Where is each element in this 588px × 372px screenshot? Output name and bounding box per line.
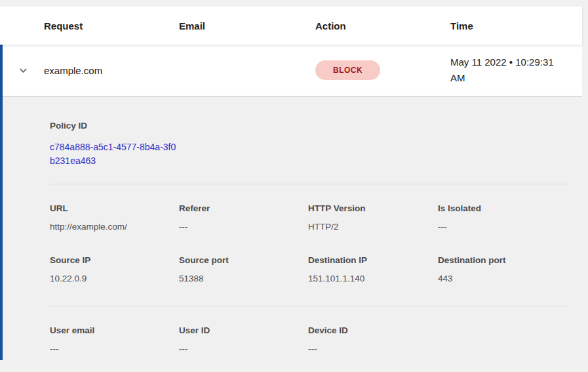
status-badge-block: BLOCK	[315, 60, 380, 80]
field-destination-port-value: 443	[438, 274, 568, 283]
field-source-ip-label: Source IP	[50, 255, 179, 265]
field-is-isolated-value: ---	[438, 222, 568, 232]
field-destination-ip: Destination IP 151.101.1.140	[308, 255, 438, 283]
field-http-version-label: HTTP Version	[308, 203, 438, 213]
section-divider	[50, 184, 568, 184]
field-source-port-label: Source port	[179, 255, 308, 265]
chevron-down-icon	[18, 65, 29, 76]
detail-row-http: URL http://example.com/ Referer --- HTTP…	[50, 203, 568, 232]
policy-id-link[interactable]: c784a888-a5c1-4577-8b4a-3f0b231ea463	[50, 140, 181, 168]
field-referer: Referer ---	[179, 203, 308, 232]
field-is-isolated: Is Isolated ---	[438, 203, 568, 232]
field-source-port-value: 51388	[179, 274, 308, 283]
field-is-isolated-label: Is Isolated	[438, 203, 568, 213]
field-source-ip-value: 10.22.0.9	[50, 274, 179, 283]
field-device-id: Device ID ---	[308, 325, 438, 354]
field-destination-ip-label: Destination IP	[308, 255, 438, 265]
column-header-time: Time	[450, 20, 582, 31]
field-source-ip: Source IP 10.22.0.9	[50, 255, 179, 283]
field-http-version: HTTP Version HTTP/2	[308, 203, 438, 232]
field-destination-port-label: Destination port	[438, 255, 568, 265]
field-url-label: URL	[50, 203, 179, 213]
policy-id-field: Policy ID c784a888-a5c1-4577-8b4a-3f0b23…	[50, 121, 568, 168]
expanded-row-container: example.com BLOCK May 11 2022 • 10:29:31…	[0, 45, 582, 360]
column-header-request: Request	[44, 20, 179, 31]
column-header-email: Email	[179, 20, 315, 31]
row-action-cell: BLOCK	[315, 60, 450, 80]
column-header-action: Action	[315, 20, 450, 31]
field-device-id-label: Device ID	[308, 325, 438, 335]
row-request-value: example.com	[44, 65, 179, 76]
field-url: URL http://example.com/	[50, 203, 179, 232]
table-row[interactable]: example.com BLOCK May 11 2022 • 10:29:31…	[3, 45, 582, 97]
table-header: Request Email Action Time	[0, 7, 582, 45]
field-device-id-value: ---	[308, 344, 438, 354]
section-divider	[50, 306, 568, 306]
field-destination-port: Destination port 443	[438, 255, 568, 283]
field-source-port: Source port 51388	[179, 255, 308, 283]
field-http-version-value: HTTP/2	[308, 222, 438, 232]
detail-row-network: Source IP 10.22.0.9 Source port 51388 De…	[50, 255, 568, 306]
field-user-email-label: User email	[50, 325, 179, 335]
field-user-email: User email ---	[50, 325, 179, 354]
policy-id-label: Policy ID	[50, 121, 568, 131]
row-expand-toggle[interactable]	[3, 65, 44, 76]
field-user-id: User ID ---	[179, 325, 308, 354]
row-time-value: May 11 2022 • 10:29:31 AM	[450, 45, 567, 95]
field-empty	[438, 325, 568, 354]
field-destination-ip-value: 151.101.1.140	[308, 274, 438, 283]
field-referer-value: ---	[179, 222, 308, 232]
detail-row-user: User email --- User ID --- Device ID ---	[50, 325, 568, 354]
field-referer-label: Referer	[179, 203, 308, 213]
field-user-id-value: ---	[179, 344, 308, 354]
row-detail-panel: Policy ID c784a888-a5c1-4577-8b4a-3f0b23…	[3, 97, 582, 360]
log-table-card: Request Email Action Time example.com BL…	[0, 7, 582, 360]
field-user-email-value: ---	[50, 344, 179, 354]
field-url-value: http://example.com/	[50, 222, 179, 232]
field-user-id-label: User ID	[179, 325, 308, 335]
